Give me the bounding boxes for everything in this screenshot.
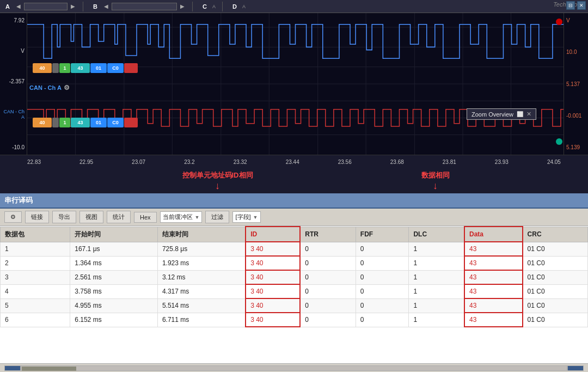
table-cell-结束时间: 5.514 ms	[157, 298, 246, 313]
seg-40-top: 40	[33, 63, 52, 73]
link-btn[interactable]: 链接	[25, 211, 49, 223]
right-annotation-text: 数据相同	[421, 170, 450, 180]
panel-float-btn[interactable]: ⊟	[566, 1, 575, 10]
time-labels: 22.8322.9523.0723.223.3223.4423.5623.682…	[27, 159, 561, 165]
channel-c-label: C	[199, 3, 210, 10]
zoom-close-btn[interactable]: ✕	[526, 111, 531, 118]
table-cell-fdf: 0	[356, 270, 409, 284]
annotation-area: 控制单元地址码ID相同 ↓ 数据相同 ↓	[0, 169, 588, 193]
table-cell-rtr: 0	[300, 242, 356, 256]
channel-a-right[interactable]: ▶	[70, 3, 76, 9]
hex-btn[interactable]: Hex	[134, 212, 157, 223]
gear-icon[interactable]: ⚙	[64, 84, 70, 92]
table-cell-dlc: 1	[409, 242, 464, 256]
seg-43-top: 43	[71, 63, 90, 73]
scroll-bar[interactable]	[21, 365, 567, 371]
time-axis: 22.8322.9523.0723.223.3223.4423.5623.682…	[0, 155, 588, 169]
seg-c0-top: C0	[107, 63, 124, 73]
table-cell-id: 3 40	[246, 298, 300, 313]
decode-table[interactable]: 数据包开始时间结束时间IDRTRFDFDLCDataCRC 1167.1 μs7…	[0, 226, 588, 363]
scroll-right-btn[interactable]	[567, 365, 584, 371]
stats-btn[interactable]: 统计	[107, 211, 131, 223]
y-axis-left: 7.92 V -2.357 CAN - Ch A -10.0	[0, 13, 27, 155]
table-row: 54.955 ms5.514 ms3 400014301 C0	[1, 298, 588, 313]
settings-btn[interactable]: ⚙	[4, 211, 22, 223]
channel-b-control: B ◀ ▶	[90, 3, 186, 10]
waveform-area[interactable]: CAN - Ch A ⚙ 40 1 43 01 C0 40 1	[27, 13, 564, 155]
y-right-10: 10.0	[566, 49, 586, 55]
table-cell-dlc: 1	[409, 284, 464, 298]
panel-close-btn[interactable]: ✕	[577, 1, 586, 10]
table-cell-数据包: 3	[1, 270, 70, 284]
seg-small-top	[52, 63, 59, 73]
scroll-thumb[interactable]	[22, 367, 76, 371]
y-max: 7.92	[2, 17, 24, 23]
col-header-id: ID	[246, 227, 300, 242]
table-cell-fdf: 0	[356, 284, 409, 298]
table-cell-fdf: 0	[356, 242, 409, 256]
table-cell-data: 43	[464, 256, 523, 270]
table-cell-id: 3 40	[246, 256, 300, 270]
table-cell-数据包: 4	[1, 284, 70, 298]
seg-red-bot	[124, 118, 138, 127]
table-cell-结束时间: 4.317 ms	[157, 284, 246, 298]
left-arrow-icon: ↓	[215, 180, 220, 192]
channel-d-control: D A	[229, 3, 246, 10]
indicator-teal-wrapper	[556, 138, 562, 145]
table-cell-data: 43	[464, 313, 523, 327]
seg-small-bot	[52, 118, 59, 127]
table-cell-开始时间: 1.364 ms	[70, 256, 158, 270]
channel-b-right[interactable]: ▶	[179, 3, 186, 9]
buffer-dropdown[interactable]: 当前缓冲区 ▼	[160, 211, 203, 223]
col-header-开始时间: 开始时间	[70, 227, 158, 242]
decode-footer	[0, 363, 588, 372]
time-label: 23.44	[286, 159, 299, 165]
table-cell-id: 3 40	[246, 313, 300, 327]
table-cell-结束时间: 3.12 ms	[157, 270, 246, 284]
seg-c0-bot: C0	[107, 118, 124, 127]
oscilloscope-panel: Technology A ◀ ▶ B ◀ ▶ C A	[0, 0, 588, 169]
channel-a-left[interactable]: ◀	[15, 3, 22, 9]
table-body: 1167.1 μs725.8 μs3 400014301 C021.364 ms…	[1, 242, 588, 327]
y-min: -10.0	[2, 144, 24, 150]
zoom-expand-icon[interactable]: ⬜	[517, 111, 523, 117]
waveform-svg	[27, 13, 564, 155]
table-row: 43.758 ms4.317 ms3 400014301 C0	[1, 284, 588, 298]
col-header-fdf: FDF	[356, 227, 409, 242]
col-header-data: Data	[464, 227, 523, 242]
seg-01-top: 01	[90, 63, 107, 73]
table-cell-rtr: 0	[300, 270, 356, 284]
table-cell-数据包: 1	[1, 242, 70, 256]
zoom-label: Zoom Overview	[471, 111, 513, 118]
right-arrow-icon: ↓	[433, 180, 438, 192]
table-cell-id: 3 40	[246, 284, 300, 298]
y-right-v: V	[566, 17, 586, 23]
table-cell-开始时间: 167.1 μs	[70, 242, 158, 256]
table-row: 1167.1 μs725.8 μs3 400014301 C0	[1, 242, 588, 256]
time-label: 23.07	[132, 159, 145, 165]
channel-b-left[interactable]: ◀	[103, 3, 109, 9]
seg-40-bot: 40	[33, 118, 52, 127]
packet-row-top: 40 1 43 01 C0	[33, 63, 138, 73]
seg-1-bot: 1	[59, 118, 70, 127]
export-btn[interactable]: 导出	[52, 211, 76, 223]
field-label: [字段]	[235, 213, 250, 221]
scroll-left-btn[interactable]	[4, 365, 21, 371]
side-indicators	[556, 19, 562, 25]
y-right-neg: -0.001	[566, 113, 586, 119]
table-cell-crc: 01 C0	[523, 242, 588, 256]
field-dropdown[interactable]: [字段] ▼	[232, 211, 260, 223]
main-container: Technology A ◀ ▶ B ◀ ▶ C A	[0, 0, 588, 372]
divider-2	[192, 2, 193, 11]
table-cell-data: 43	[464, 284, 523, 298]
time-label: 22.95	[79, 159, 93, 165]
field-arrow-icon: ▼	[253, 215, 258, 220]
table-cell-id: 3 40	[246, 270, 300, 284]
filter-btn[interactable]: 过滤	[205, 211, 229, 223]
can-label-text: CAN - Ch A	[29, 84, 62, 91]
y-axis-right: V 10.0 5.137 -0.001 5.139	[564, 13, 588, 155]
table-cell-data: 43	[464, 242, 523, 256]
osc-toolbar: Technology A ◀ ▶ B ◀ ▶ C A	[0, 0, 588, 13]
table-cell-id: 3 40	[246, 242, 300, 256]
view-btn[interactable]: 视图	[79, 211, 103, 223]
